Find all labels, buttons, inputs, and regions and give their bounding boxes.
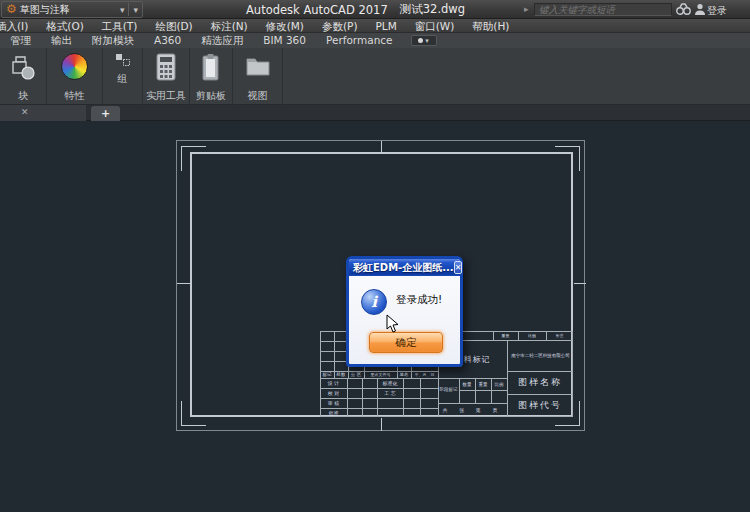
dialog-title-bar[interactable]: 彩虹EDM-企业图纸... ✕: [349, 259, 460, 276]
menu-format[interactable]: 格式(O): [37, 19, 92, 32]
tb-sign-label: 批准: [320, 408, 347, 417]
color-wheel-icon[interactable]: [47, 53, 102, 80]
tb-rev-header: 年、月、日: [411, 371, 438, 378]
center-mark: [381, 418, 382, 431]
dialog-message: 登录成功!: [396, 293, 442, 307]
tab-bim360[interactable]: BIM 360: [253, 33, 316, 48]
tb-drawing-code: 图样代号: [507, 394, 573, 417]
search-input[interactable]: [534, 3, 672, 16]
user-icon[interactable]: [694, 3, 706, 16]
corner-mark: [181, 401, 206, 426]
menu-insert[interactable]: 插入(I): [0, 19, 37, 32]
menu-window[interactable]: 窗口(W): [406, 19, 464, 32]
info-icon: i: [361, 289, 387, 315]
gear-icon: ⚙: [2, 2, 20, 17]
clipboard-icon[interactable]: [190, 53, 232, 83]
autocad-window: ⚙ 草图与注释 ▾ ▾ Autodesk AutoCAD 2017 测试32.d…: [0, 0, 750, 512]
tb-sign-label: 审 核: [320, 398, 347, 408]
tab-performance[interactable]: Performance: [316, 33, 403, 48]
center-mark: [381, 141, 382, 152]
tb-company: 南宁市二轻二区科技有限公司: [508, 340, 573, 371]
group-icon[interactable]: [103, 53, 142, 67]
tb-drawing-name: 图样名称: [507, 371, 573, 394]
tb-qty-header: 数量: [459, 378, 475, 390]
infocenter-collapse-icon[interactable]: ▸: [524, 4, 529, 14]
tb-rev-header: 标记: [320, 371, 334, 378]
title-bar: ⚙ 草图与注释 ▾ ▾ Autodesk AutoCAD 2017 测试32.d…: [0, 0, 750, 19]
tb-sign-label: 校 对: [320, 388, 347, 398]
window-title: Autodesk AutoCAD 2017 测试32.dwg: [246, 2, 465, 17]
record-icon: [418, 38, 423, 43]
workspace-selector[interactable]: ⚙ 草图与注释 ▾ ▾: [1, 1, 143, 18]
corner-mark: [181, 146, 206, 171]
tab-a360[interactable]: A360: [144, 33, 191, 48]
panel-label[interactable]: 组: [103, 72, 142, 86]
dialog-title: 彩虹EDM-企业图纸...: [349, 261, 454, 275]
tb-process-label: 工 艺: [377, 388, 403, 398]
menu-dimension[interactable]: 标注(N): [202, 19, 257, 32]
panel-block[interactable]: 块: [0, 48, 47, 105]
app-title: Autodesk AutoCAD 2017: [246, 3, 388, 17]
tab-addins[interactable]: 附加模块: [82, 33, 144, 48]
panel-label[interactable]: 特性: [47, 89, 102, 103]
tb-qty-header: 比例: [491, 378, 507, 390]
menu-parametric[interactable]: 参数(P): [313, 19, 367, 32]
new-tab-button[interactable]: +: [91, 106, 120, 121]
view-window-icon[interactable]: [233, 53, 282, 79]
block-icon[interactable]: [0, 53, 46, 85]
center-mark: [574, 283, 586, 284]
tab-output[interactable]: 输出: [41, 33, 82, 48]
tb-rev-header: 更改文件号: [364, 371, 397, 378]
tb-process-label: 标准化: [377, 378, 403, 388]
menu-help[interactable]: 帮助(H): [463, 19, 518, 32]
search-binoculars-icon[interactable]: [676, 3, 691, 16]
panel-label[interactable]: 剪贴板: [190, 89, 232, 103]
panel-label[interactable]: 视图: [233, 89, 282, 103]
center-mark: [177, 283, 190, 284]
panel-label[interactable]: 块: [0, 89, 46, 103]
tb-top-header: 重量: [493, 331, 518, 340]
document-title: 测试32.dwg: [400, 2, 465, 17]
tb-rev-header: 处数: [334, 371, 348, 378]
corner-mark: [555, 146, 580, 171]
chevron-down-icon[interactable]: ▾: [116, 5, 129, 15]
tb-sheet-info: 共 张 第 页: [438, 403, 507, 417]
close-icon[interactable]: ✕: [454, 261, 463, 274]
tab-manage[interactable]: 管理: [0, 33, 41, 48]
menu-tools[interactable]: 工具(T): [93, 19, 147, 32]
panel-view[interactable]: 视图: [233, 48, 283, 105]
panel-properties[interactable]: 特性: [47, 48, 103, 105]
tab-featured-apps[interactable]: 精选应用: [191, 33, 253, 48]
signin-button[interactable]: 登录: [707, 4, 727, 18]
tb-top-header: 比例: [518, 331, 546, 340]
tb-top-header: 备注: [546, 331, 573, 340]
menu-modify[interactable]: 修改(M): [257, 19, 313, 32]
edm-login-dialog: 彩虹EDM-企业图纸... ✕ i 登录成功! 确定: [346, 256, 463, 367]
menu-bar: 插入(I) 格式(O) 工具(T) 绘图(D) 标注(N) 修改(M) 参数(P…: [0, 19, 750, 33]
ok-button[interactable]: 确定: [369, 332, 443, 353]
mouse-cursor: [386, 314, 400, 334]
calculator-icon[interactable]: [143, 53, 189, 83]
ribbon-panels: 块 特性 组: [0, 48, 750, 105]
ribbon-tab-bar: 管理 输出 附加模块 A360 精选应用 BIM 360 Performance…: [0, 33, 750, 48]
chevron-down-icon: ▾: [425, 37, 429, 45]
quick-access-chevron-icon[interactable]: ▾: [129, 5, 142, 15]
panel-clipboard[interactable]: 剪贴板: [190, 48, 233, 105]
panel-label[interactable]: 实用工具: [143, 89, 189, 103]
panel-group[interactable]: 组: [103, 48, 143, 105]
tb-rev-header: 分 区: [348, 371, 364, 378]
close-tab-icon[interactable]: ✕: [21, 107, 29, 117]
file-tab-current[interactable]: [0, 105, 86, 121]
workspace-label: 草图与注释: [20, 3, 116, 17]
tb-stage-label: 阶段标记: [438, 378, 459, 403]
tb-sign-label: 设 计: [320, 378, 347, 388]
menu-plm[interactable]: PLM: [367, 19, 406, 32]
panel-utilities[interactable]: 实用工具: [143, 48, 190, 105]
menu-draw[interactable]: 绘图(D): [146, 19, 201, 32]
tb-qty-header: 重量: [475, 378, 491, 390]
tb-rev-header: 签名: [397, 371, 411, 378]
file-tab-bar: ✕ +: [0, 105, 750, 121]
ribbon-display-toggle[interactable]: ▾: [411, 35, 437, 46]
